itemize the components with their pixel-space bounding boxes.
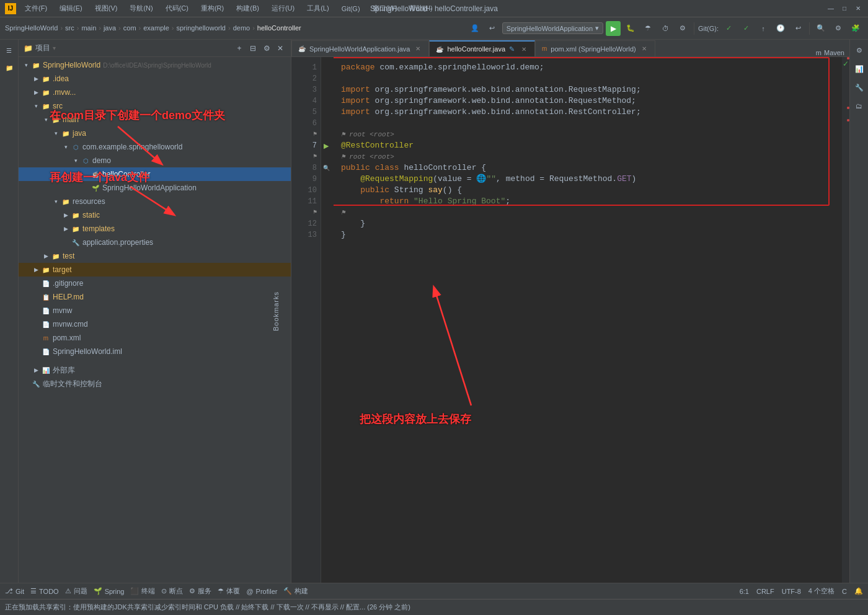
status-spring[interactable]: 🌱 Spring bbox=[94, 587, 125, 595]
rp-btn-1[interactable]: ⚙ bbox=[851, 42, 867, 58]
bc-file[interactable]: helloController bbox=[257, 24, 301, 32]
bc-project[interactable]: SpringHelloWorld bbox=[5, 24, 58, 32]
cursor-position[interactable]: 6:1 bbox=[740, 588, 749, 595]
bc-example[interactable]: example bbox=[143, 24, 169, 32]
plugin-button[interactable]: 🧩 bbox=[848, 21, 863, 36]
indent[interactable]: 4 个空格 bbox=[808, 586, 835, 596]
gutter-error-2 bbox=[847, 107, 849, 109]
git-check2[interactable]: ✓ bbox=[738, 21, 753, 36]
status-profiler[interactable]: @ Profiler bbox=[246, 588, 277, 595]
tree-item-mvnw[interactable]: ▶ 📄 mvnw bbox=[19, 304, 291, 317]
search-btn[interactable]: 👤 bbox=[467, 21, 482, 36]
tree-item-mvnwcmd[interactable]: ▶ 📄 mvnw.cmd bbox=[19, 317, 291, 331]
tree-item-external-libs[interactable]: ▶ 📊 外部库 bbox=[19, 363, 291, 377]
coverage-button[interactable]: ☂ bbox=[640, 21, 655, 36]
settings-button[interactable]: ⚙ bbox=[675, 21, 690, 36]
menu-navigate[interactable]: 导航(N) bbox=[126, 2, 156, 14]
tree-item-idea[interactable]: ▶ 📁 .idea bbox=[19, 72, 291, 86]
tab-pomxml[interactable]: m pom.xml (SpringHelloWorld) ✕ bbox=[535, 40, 655, 56]
maximize-button[interactable]: □ bbox=[839, 4, 849, 14]
debug-button[interactable]: 🐛 bbox=[623, 21, 638, 36]
status-git[interactable]: ⎇ Git bbox=[5, 587, 24, 595]
tree-item-package[interactable]: ▾ ⬡ com.example.springhelloworld bbox=[19, 140, 291, 154]
menu-run[interactable]: 运行(U) bbox=[268, 2, 298, 14]
menu-refactor[interactable]: 重构(R) bbox=[197, 2, 228, 14]
left-panel-btn2[interactable]: 📁 bbox=[1, 60, 17, 76]
git-check1[interactable]: ✓ bbox=[721, 21, 736, 36]
code-content[interactable]: package com.example.springhelloworld.dem… bbox=[334, 57, 842, 583]
tree-item-root[interactable]: ▾ 📁 SpringHelloWorld D:\office\IDEA\Spri… bbox=[19, 58, 291, 72]
code-line-5: import org.springframework.web.bind.anno… bbox=[341, 107, 835, 118]
tree-item-properties[interactable]: ▶ 🔧 application.properties bbox=[19, 236, 291, 249]
tab-close-1[interactable]: ✕ bbox=[414, 45, 422, 53]
git-push[interactable]: ↑ bbox=[756, 21, 771, 36]
find-button[interactable]: 🔍 bbox=[813, 21, 828, 36]
close-button[interactable]: ✕ bbox=[853, 4, 863, 14]
tree-item-target[interactable]: ▶ 📁 target bbox=[19, 263, 291, 277]
menu-git[interactable]: Git(G) bbox=[338, 4, 364, 14]
status-problems[interactable]: ⚠ 问题 bbox=[65, 586, 87, 596]
tree-item-helpmd[interactable]: ▶ 📋 HELP.md bbox=[19, 290, 291, 304]
sidebar-header: 📁 项目 ▾ + ⊟ ⚙ ✕ bbox=[19, 40, 291, 57]
tree-item-templates[interactable]: ▶ 📁 templates bbox=[19, 222, 291, 236]
tree-item-java[interactable]: ▾ 📁 java bbox=[19, 126, 291, 140]
menu-build[interactable]: 构建(B) bbox=[232, 2, 263, 14]
status-breakpoints[interactable]: ⊙ 断点 bbox=[161, 586, 183, 596]
rp-btn-4[interactable]: 🗂 bbox=[851, 98, 867, 114]
vcs-btn[interactable]: ↩ bbox=[485, 21, 500, 36]
tree-item-mvw[interactable]: ▶ 📁 .mvw... bbox=[19, 86, 291, 99]
settings2-button[interactable]: ⚙ bbox=[831, 21, 846, 36]
tree-item-application[interactable]: ▶ 🌱 SpringHelloWorldApplication bbox=[19, 181, 291, 195]
rp-btn-3[interactable]: 🔧 bbox=[851, 79, 867, 95]
profile-button[interactable]: ⏱ bbox=[658, 21, 673, 36]
new-file-btn[interactable]: + bbox=[234, 43, 245, 54]
charset[interactable]: UTF-8 bbox=[782, 588, 801, 595]
menu-edit[interactable]: 编辑(E) bbox=[56, 2, 86, 14]
tree-item-pomxml[interactable]: ▶ m pom.xml bbox=[19, 331, 291, 345]
status-terminal[interactable]: ⬛ 终端 bbox=[130, 586, 155, 596]
tree-item-scratch[interactable]: ▶ 🔧 临时文件和控制台 bbox=[19, 377, 291, 391]
bc-springhelloworld[interactable]: springhelloworld bbox=[176, 24, 226, 32]
sidebar-close-btn[interactable]: ✕ bbox=[275, 43, 286, 54]
menu-view[interactable]: 视图(V) bbox=[91, 2, 122, 14]
tab-springapp[interactable]: ☕ SpringHelloWorldApplication.java ✕ bbox=[291, 40, 429, 56]
run-config-selector[interactable]: SpringHelloWorldApplication ▾ bbox=[502, 22, 603, 34]
git-revert[interactable]: ↩ bbox=[790, 21, 805, 36]
tree-item-iml[interactable]: ▶ 📄 SpringHelloWorld.iml bbox=[19, 345, 291, 358]
bc-com[interactable]: com bbox=[123, 24, 136, 32]
bc-main[interactable]: main bbox=[81, 24, 96, 32]
tab-hellocontroller[interactable]: ☕ helloController.java ✎ ✕ bbox=[429, 40, 535, 56]
tab-close-2[interactable]: ✕ bbox=[520, 45, 528, 53]
line-separator[interactable]: CRLF bbox=[756, 588, 774, 595]
bc-src[interactable]: src bbox=[65, 24, 74, 32]
status-todo[interactable]: ☰ TODO bbox=[30, 587, 59, 595]
collapse-btn[interactable]: ⊟ bbox=[247, 43, 259, 54]
menu-file[interactable]: 文件(F) bbox=[21, 2, 51, 14]
git-branch-indicator[interactable]: C bbox=[842, 588, 847, 595]
tree-item-main[interactable]: ▾ 📁 main bbox=[19, 113, 291, 126]
bc-java[interactable]: java bbox=[104, 24, 116, 32]
status-coverage[interactable]: ☂ 体覆 bbox=[218, 586, 240, 596]
menu-tools[interactable]: 工具(L) bbox=[303, 2, 332, 14]
minimize-button[interactable]: — bbox=[826, 4, 836, 14]
maven-panel-tab[interactable]: m Maven bbox=[811, 49, 849, 56]
tree-item-src[interactable]: ▾ 📁 src bbox=[19, 99, 291, 113]
rp-btn-2[interactable]: 📊 bbox=[851, 61, 867, 77]
status-services[interactable]: ⚙ 服务 bbox=[189, 586, 211, 596]
left-panel-btn1[interactable]: ☰ bbox=[1, 42, 17, 58]
git-history[interactable]: 🕐 bbox=[773, 21, 788, 36]
breakpoint-icon: ⊙ bbox=[161, 587, 167, 595]
tab-close-3[interactable]: ✕ bbox=[640, 45, 649, 53]
tree-item-demo[interactable]: ▾ ⬡ demo bbox=[19, 154, 291, 167]
tree-item-test[interactable]: ▶ 📁 test bbox=[19, 249, 291, 263]
sidebar-settings-btn[interactable]: ⚙ bbox=[261, 43, 272, 54]
tree-item-gitignore[interactable]: ▶ 📄 .gitignore bbox=[19, 277, 291, 290]
menu-code[interactable]: 代码(C) bbox=[162, 2, 192, 14]
tree-item-hellocontroller[interactable]: ▶ ☕ helloController bbox=[19, 167, 291, 181]
notifications-icon[interactable]: 🔔 bbox=[854, 587, 863, 595]
bc-demo[interactable]: demo bbox=[233, 24, 250, 32]
tree-item-resources[interactable]: ▾ 📁 resources bbox=[19, 195, 291, 208]
status-build[interactable]: 🔨 构建 bbox=[283, 586, 308, 596]
tree-item-static[interactable]: ▶ 📁 static bbox=[19, 208, 291, 222]
run-button[interactable]: ▶ bbox=[606, 21, 621, 36]
